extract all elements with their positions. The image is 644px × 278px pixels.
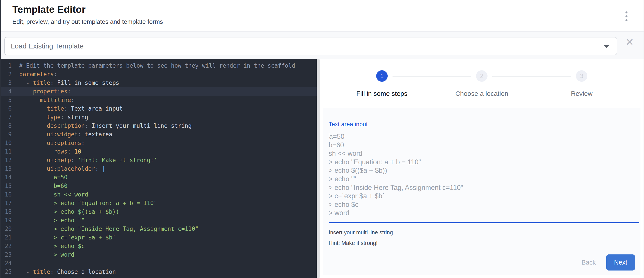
code-line[interactable]: 19 > echo "" <box>1 216 317 225</box>
code-text: rows: 10 <box>19 147 317 156</box>
code-line[interactable]: 11 rows: 10 <box>1 147 317 156</box>
textarea-field-label: Text area input <box>328 121 635 128</box>
dialog-header: Template Editor Edit, preview, and try o… <box>1 0 644 31</box>
spacer <box>328 246 635 255</box>
clear-selection-button[interactable]: ✕ <box>623 35 636 49</box>
code-line[interactable]: 13 ui:placeholder: | <box>1 165 317 173</box>
next-button[interactable]: Next <box>606 255 635 271</box>
code-text: a=50 <box>19 173 317 182</box>
code-line[interactable]: 14 a=50 <box>1 173 317 182</box>
line-number: 11 <box>1 147 12 156</box>
form-card: Text area input a=50b=60sh << word> echo… <box>323 108 640 275</box>
textarea-focus-underline <box>328 222 639 223</box>
kebab-menu-button[interactable] <box>622 10 631 22</box>
code-text: > c=`expr $a + $b` <box>19 233 317 242</box>
code-line[interactable]: 10 ui:options: <box>1 139 317 147</box>
code-text: > echo $c <box>19 242 317 251</box>
code-line[interactable]: 22 > echo $c <box>1 242 317 251</box>
code-line[interactable]: 18 > echo $(($a + $b)) <box>1 208 317 216</box>
code-line[interactable]: 17 > echo "Equation: a + b = 110" <box>1 199 317 208</box>
line-number: 15 <box>1 182 12 190</box>
code-line[interactable]: 15 b=60 <box>1 182 317 190</box>
step-label: Review <box>571 90 592 97</box>
code-line[interactable]: 9 ui:widget: textarea <box>1 130 317 139</box>
code-line[interactable]: 12 ui:help: 'Hint: Make it strong!' <box>1 156 317 165</box>
load-template-select-value: Load Existing Template <box>11 42 84 50</box>
textarea-line: a=50 <box>328 132 635 141</box>
template-editor-dialog: Template Editor Edit, preview, and try o… <box>0 0 644 278</box>
line-number: 8 <box>1 122 12 130</box>
pane-resize-handle[interactable] <box>317 59 320 278</box>
kebab-dot-icon <box>626 15 628 17</box>
kebab-dot-icon <box>626 11 628 13</box>
code-line[interactable]: 2parameters: <box>1 70 317 79</box>
code-text <box>19 259 317 268</box>
line-number: 23 <box>1 251 12 259</box>
textarea-line: > echo $(($a + $b)) <box>328 166 635 175</box>
step-circle: 2 <box>476 70 488 82</box>
code-text: type: string <box>19 113 317 122</box>
code-lines: 1# Edit the template parameters below to… <box>1 61 317 276</box>
line-number: 4 <box>1 87 12 96</box>
line-number: 25 <box>1 268 12 276</box>
code-line[interactable]: 4 properties: <box>1 87 317 96</box>
code-text: ui:widget: textarea <box>19 130 317 139</box>
text-cursor <box>328 133 329 140</box>
kebab-dot-icon <box>626 19 628 21</box>
code-line[interactable]: 24 <box>1 259 317 268</box>
yaml-code-editor[interactable]: 1# Edit the template parameters below to… <box>1 59 317 278</box>
code-text: > echo $(($a + $b)) <box>19 208 317 216</box>
wizard-stepper: 1Fill in some steps2Choose a location3Re… <box>320 59 644 108</box>
form-preview-panel: 1Fill in some steps2Choose a location3Re… <box>320 59 644 278</box>
step-circle: 3 <box>576 70 587 82</box>
textarea-line: > c=`expr $a + $b` <box>328 192 635 201</box>
code-line[interactable]: 1# Edit the template parameters below to… <box>1 61 317 70</box>
line-number: 22 <box>1 242 12 251</box>
line-number: 10 <box>1 139 12 147</box>
stepper-step[interactable]: 1Fill in some steps <box>332 70 432 97</box>
line-number: 17 <box>1 199 12 208</box>
code-line[interactable]: 23 > word <box>1 251 317 259</box>
textarea-line: > word <box>328 209 635 217</box>
line-number: 20 <box>1 225 12 233</box>
line-number: 1 <box>1 61 12 70</box>
step-label: Choose a location <box>455 90 508 97</box>
line-number: 7 <box>1 113 12 122</box>
textarea-line: > echo "Equation: a + b = 110" <box>328 158 635 167</box>
code-line[interactable]: 6 title: Text area input <box>1 104 317 113</box>
code-line[interactable]: 8 description: Insert your multi line st… <box>1 122 317 130</box>
textarea-line: > echo $c <box>328 201 635 209</box>
code-line[interactable]: 20 > echo "Inside Here Tag, Assignment c… <box>1 225 317 233</box>
step-label: Fill in some steps <box>356 90 408 97</box>
code-text: ui:placeholder: | <box>19 165 317 173</box>
code-line[interactable]: 5 multiline: <box>1 96 317 104</box>
step-circle: 1 <box>376 70 388 82</box>
stepper-connector <box>392 76 471 76</box>
line-number: 3 <box>1 79 12 87</box>
main-split-view: 1# Edit the template parameters below to… <box>1 59 644 278</box>
code-line[interactable]: 16 sh << word <box>1 190 317 199</box>
chevron-down-icon <box>604 45 609 48</box>
line-number: 12 <box>1 156 12 165</box>
code-text: description: Insert your multi line stri… <box>19 122 317 130</box>
code-text: multiline: <box>19 96 317 104</box>
page-subtitle: Edit, preview, and try out templates and… <box>12 18 644 25</box>
code-line[interactable]: 7 type: string <box>1 113 317 122</box>
stepper-steps: 1Fill in some steps2Choose a location3Re… <box>332 70 632 97</box>
code-text: ui:help: 'Hint: Make it strong!' <box>19 156 317 165</box>
line-number: 6 <box>1 104 12 113</box>
code-line[interactable]: 3 - title: Fill in some steps <box>1 79 317 87</box>
field-hint: Hint: Make it strong! <box>328 240 635 246</box>
line-number: 2 <box>1 70 12 79</box>
multiline-textarea[interactable]: a=50b=60sh << word> echo "Equation: a + … <box>328 132 635 217</box>
code-text: > word <box>19 251 317 259</box>
line-number: 16 <box>1 190 12 199</box>
back-button[interactable]: Back <box>582 259 596 266</box>
load-template-select[interactable]: Load Existing Template <box>4 37 617 55</box>
stepper-connector <box>492 76 571 76</box>
code-text: sh << word <box>19 190 317 199</box>
stepper-step[interactable]: 3Review <box>532 70 632 97</box>
code-line[interactable]: 21 > c=`expr $a + $b` <box>1 233 317 242</box>
stepper-step[interactable]: 2Choose a location <box>432 70 532 97</box>
code-line[interactable]: 25 - title: Choose a location <box>1 268 317 276</box>
